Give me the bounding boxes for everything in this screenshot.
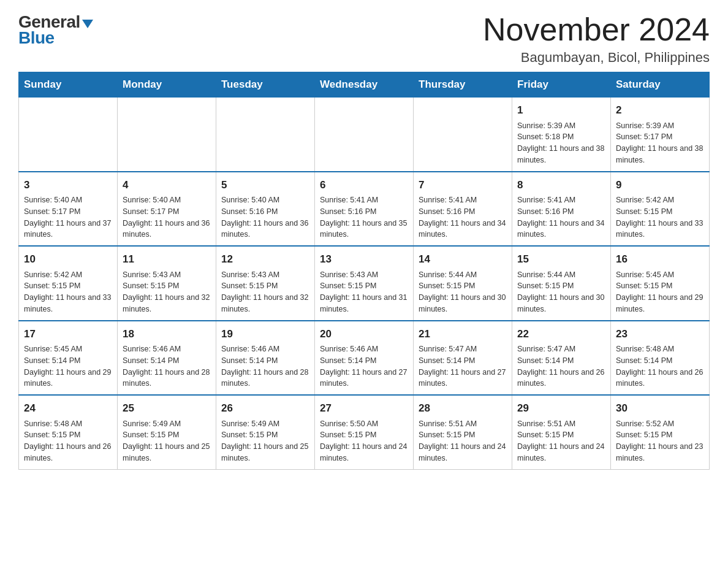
day-info-line: Sunset: 5:17 PM [24,206,112,218]
day-number: 2 [616,102,704,118]
day-info-line: Sunrise: 5:52 AM [616,418,704,430]
day-number: 17 [24,326,112,342]
day-info-line: Sunrise: 5:51 AM [419,418,507,430]
day-number: 24 [24,400,112,416]
day-info-line: Daylight: 11 hours and 27 minutes. [419,367,507,390]
day-number: 4 [123,177,211,193]
day-info-line: Sunrise: 5:44 AM [419,269,507,281]
day-number: 5 [221,177,309,193]
day-info-line: Daylight: 11 hours and 33 minutes. [24,292,112,315]
calendar-week-row: 17Sunrise: 5:45 AMSunset: 5:14 PMDayligh… [19,321,710,396]
day-info-line: Sunset: 5:16 PM [320,206,408,218]
calendar-cell: 24Sunrise: 5:48 AMSunset: 5:15 PMDayligh… [19,395,118,469]
day-info-line: Sunset: 5:15 PM [24,429,112,441]
calendar-cell: 22Sunrise: 5:47 AMSunset: 5:14 PMDayligh… [512,321,611,396]
calendar-cell: 5Sunrise: 5:40 AMSunset: 5:16 PMDaylight… [216,172,315,247]
calendar-cell: 19Sunrise: 5:46 AMSunset: 5:14 PMDayligh… [216,321,315,396]
calendar-cell: 27Sunrise: 5:50 AMSunset: 5:15 PMDayligh… [315,395,414,469]
day-info-line: Sunset: 5:17 PM [123,206,211,218]
day-number: 7 [419,177,507,193]
day-info-line: Sunrise: 5:44 AM [517,269,605,281]
day-info-line: Sunset: 5:15 PM [517,429,605,441]
day-info-line: Daylight: 11 hours and 29 minutes. [24,367,112,390]
calendar-cell [118,98,216,172]
calendar-cell: 2Sunrise: 5:39 AMSunset: 5:17 PMDaylight… [611,98,710,172]
day-info-line: Daylight: 11 hours and 36 minutes. [221,218,309,241]
day-info-line: Sunrise: 5:49 AM [123,418,211,430]
day-info-line: Sunset: 5:15 PM [221,280,309,292]
day-info-line: Sunrise: 5:40 AM [221,194,309,206]
day-info-line: Sunset: 5:18 PM [517,131,605,143]
month-title: November 2024 [483,12,710,47]
day-number: 3 [24,177,112,193]
day-info-line: Daylight: 11 hours and 24 minutes. [419,441,507,464]
day-info-line: Daylight: 11 hours and 28 minutes. [123,367,211,390]
day-number: 16 [616,251,704,267]
day-number: 30 [616,400,704,416]
calendar-week-row: 10Sunrise: 5:42 AMSunset: 5:15 PMDayligh… [19,246,710,321]
calendar-cell: 4Sunrise: 5:40 AMSunset: 5:17 PMDaylight… [118,172,216,247]
calendar-day-header: Monday [118,72,216,98]
day-info-line: Sunset: 5:15 PM [320,280,408,292]
day-info-line: Daylight: 11 hours and 24 minutes. [320,441,408,464]
calendar-cell: 15Sunrise: 5:44 AMSunset: 5:15 PMDayligh… [512,246,611,321]
calendar-cell [414,98,512,172]
calendar-day-header: Tuesday [216,72,315,98]
calendar-cell: 6Sunrise: 5:41 AMSunset: 5:16 PMDaylight… [315,172,414,247]
day-info-line: Sunrise: 5:46 AM [221,343,309,355]
day-info-line: Sunrise: 5:41 AM [517,194,605,206]
day-info-line: Sunset: 5:16 PM [517,206,605,218]
day-info-line: Sunrise: 5:41 AM [320,194,408,206]
day-info-line: Daylight: 11 hours and 31 minutes. [320,292,408,315]
day-info-line: Sunset: 5:15 PM [123,429,211,441]
day-info-line: Sunrise: 5:45 AM [24,343,112,355]
day-info-line: Daylight: 11 hours and 25 minutes. [123,441,211,464]
calendar-cell: 7Sunrise: 5:41 AMSunset: 5:16 PMDaylight… [414,172,512,247]
calendar-cell: 18Sunrise: 5:46 AMSunset: 5:14 PMDayligh… [118,321,216,396]
calendar-day-header: Friday [512,72,611,98]
day-info-line: Sunset: 5:15 PM [24,280,112,292]
day-info-line: Sunset: 5:16 PM [221,206,309,218]
day-info-line: Daylight: 11 hours and 28 minutes. [221,367,309,390]
day-info-line: Sunrise: 5:48 AM [616,343,704,355]
day-info-line: Sunset: 5:14 PM [419,355,507,367]
calendar-cell: 20Sunrise: 5:46 AMSunset: 5:14 PMDayligh… [315,321,414,396]
day-info-line: Sunset: 5:14 PM [517,355,605,367]
day-info-line: Sunrise: 5:46 AM [123,343,211,355]
day-info-line: Daylight: 11 hours and 37 minutes. [24,218,112,241]
day-number: 27 [320,400,408,416]
day-info-line: Daylight: 11 hours and 24 minutes. [517,441,605,464]
day-info-line: Daylight: 11 hours and 34 minutes. [517,218,605,241]
day-info-line: Sunrise: 5:40 AM [24,194,112,206]
day-number: 19 [221,326,309,342]
day-info-line: Sunrise: 5:48 AM [24,418,112,430]
calendar-cell: 10Sunrise: 5:42 AMSunset: 5:15 PMDayligh… [19,246,118,321]
day-info-line: Sunset: 5:14 PM [123,355,211,367]
day-number: 9 [616,177,704,193]
calendar-week-row: 3Sunrise: 5:40 AMSunset: 5:17 PMDaylight… [19,172,710,247]
day-info-line: Sunset: 5:17 PM [616,131,704,143]
day-info-line: Daylight: 11 hours and 33 minutes. [616,218,704,241]
calendar-cell: 11Sunrise: 5:43 AMSunset: 5:15 PMDayligh… [118,246,216,321]
calendar-cell [216,98,315,172]
day-info-line: Daylight: 11 hours and 29 minutes. [616,292,704,315]
day-number: 12 [221,251,309,267]
calendar-day-header: Saturday [611,72,710,98]
day-info-line: Sunrise: 5:46 AM [320,343,408,355]
day-number: 26 [221,400,309,416]
day-info-line: Sunset: 5:15 PM [616,206,704,218]
day-info-line: Daylight: 11 hours and 27 minutes. [320,367,408,390]
day-number: 25 [123,400,211,416]
day-info-line: Sunset: 5:15 PM [320,429,408,441]
day-info-line: Sunrise: 5:43 AM [123,269,211,281]
logo-triangle-icon [82,20,93,28]
calendar-cell: 8Sunrise: 5:41 AMSunset: 5:16 PMDaylight… [512,172,611,247]
calendar-cell: 30Sunrise: 5:52 AMSunset: 5:15 PMDayligh… [611,395,710,469]
calendar-cell: 29Sunrise: 5:51 AMSunset: 5:15 PMDayligh… [512,395,611,469]
calendar-cell: 25Sunrise: 5:49 AMSunset: 5:15 PMDayligh… [118,395,216,469]
day-number: 29 [517,400,605,416]
day-number: 15 [517,251,605,267]
calendar-cell: 3Sunrise: 5:40 AMSunset: 5:17 PMDaylight… [19,172,118,247]
day-number: 8 [517,177,605,193]
day-number: 18 [123,326,211,342]
